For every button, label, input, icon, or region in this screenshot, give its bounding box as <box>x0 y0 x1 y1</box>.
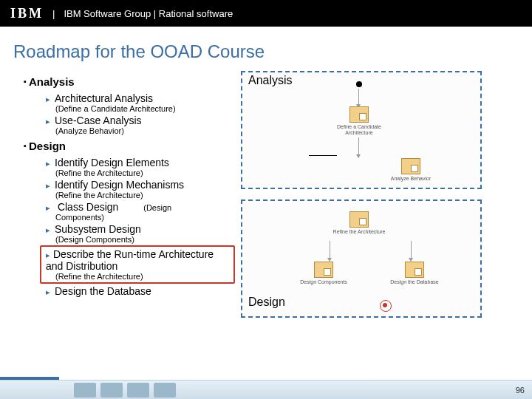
header-text: IBM Software Group | Rational software <box>64 8 233 19</box>
activity-icon <box>349 106 369 123</box>
analysis-label: Analysis <box>248 74 293 87</box>
item-sub: (Design Components) <box>55 235 235 244</box>
item-sub: (Refine the Architecture) <box>55 191 235 200</box>
item-sub: (Analyze Behavior) <box>55 126 235 135</box>
item-subsystem-design: Subsystem Design (Design Components) <box>46 223 235 244</box>
activity-icon <box>314 262 333 278</box>
item-architectural-analysis: Architectural Analysis (Define a Candida… <box>46 92 235 113</box>
item-title-text: Class Design <box>58 201 118 213</box>
item-identify-design-mechanisms: Identify Design Mechanisms (Refine the A… <box>46 179 235 200</box>
ibm-logo: IBM <box>10 6 44 21</box>
page-title: Roadmap for the OOAD Course <box>13 41 532 62</box>
workflow-diagram: Analysis Design Define a Candidate Archi… <box>241 71 485 337</box>
outline: Analysis Architectural Analysis (Define … <box>13 71 235 337</box>
page-number: 96 <box>516 386 525 395</box>
arrow <box>358 89 359 105</box>
item-use-case-analysis: Use-Case Analysis (Analyze Behavior) <box>46 115 235 135</box>
arrow <box>358 137 359 155</box>
item-design-database: Design the Database <box>46 285 235 297</box>
node-refine-architecture: Refine the Architecture <box>330 211 389 235</box>
node-define-candidate: Define a Candidate Architecture <box>330 106 389 135</box>
footer-graphic <box>74 383 192 398</box>
item-title: Architectural Analysis <box>46 92 235 104</box>
node-analyze-behavior: Analyze Behavior <box>381 158 440 182</box>
activity-icon <box>405 262 424 278</box>
item-title: Subsystem Design <box>46 223 235 235</box>
item-title: Identify Design Mechanisms <box>46 179 235 191</box>
node-design-components: Design Components <box>294 262 353 285</box>
item-sub: Components) <box>55 213 235 222</box>
node-label: Analyze Behavior <box>381 176 440 182</box>
section-design: Design <box>24 140 235 152</box>
start-node-icon <box>356 81 362 87</box>
header-bar: IBM | IBM Software Group | Rational soft… <box>0 0 532 27</box>
node-design-database: Design the Database <box>385 262 444 285</box>
item-title: Class Design (Design <box>46 201 235 213</box>
item-sub: (Refine the Architecture) <box>55 272 229 281</box>
highlight-target-icon <box>378 299 392 312</box>
section-analysis: Analysis <box>24 75 235 88</box>
item-sub: (Refine the Architecture) <box>55 168 235 177</box>
item-title: Describe the Run-time Architecture and D… <box>46 248 229 272</box>
item-inline-sub: (Design <box>143 203 171 212</box>
item-title: Design the Database <box>46 285 235 297</box>
item-title: Identify Design Elements <box>46 157 235 168</box>
node-label: Design Components <box>294 279 353 285</box>
activity-icon <box>401 158 420 174</box>
sync-bar-icon <box>309 155 337 156</box>
item-describe-runtime: Describe the Run-time Architecture and D… <box>40 245 235 284</box>
design-label: Design <box>248 296 285 309</box>
content-area: Analysis Architectural Analysis (Define … <box>0 71 532 337</box>
arrow <box>330 241 330 259</box>
activity-icon <box>349 211 369 228</box>
diagram-panel: Analysis Design Define a Candidate Archi… <box>241 71 519 337</box>
header-separator: | <box>52 8 55 19</box>
node-label: Refine the Architecture <box>330 229 389 235</box>
footer: 96 <box>0 380 532 399</box>
arrow <box>411 241 412 259</box>
item-title: Use-Case Analysis <box>46 115 235 126</box>
node-label: Define a Candidate Architecture <box>330 124 389 135</box>
item-class-design: Class Design (Design Components) <box>46 201 235 222</box>
item-sub: (Define a Candidate Architecture) <box>55 104 235 113</box>
item-identify-design-elements: Identify Design Elements (Refine the Arc… <box>46 157 235 177</box>
node-label: Design the Database <box>385 279 444 285</box>
